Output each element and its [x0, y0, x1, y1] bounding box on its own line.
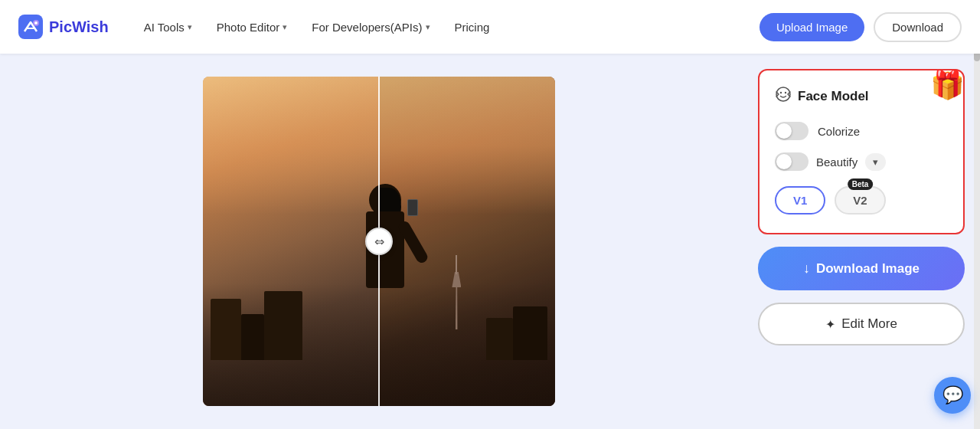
building-1: [211, 299, 241, 360]
colorize-label: Colorize: [818, 125, 860, 138]
colorize-row: Colorize: [775, 122, 948, 140]
nav-photo-editor[interactable]: Photo Editor ▾: [206, 15, 299, 40]
left-panel: ⇔: [0, 54, 735, 429]
photo-editor-chevron-icon: ▾: [283, 22, 287, 32]
nav-ai-tools[interactable]: AI Tools ▾: [133, 15, 203, 40]
v1-button[interactable]: V1: [775, 186, 825, 215]
nav-for-developers[interactable]: For Developers(APIs) ▾: [301, 15, 440, 40]
beautify-label: Beautify: [816, 156, 858, 169]
svg-rect-0: [18, 15, 43, 39]
v2-wrapper: Beta V2: [835, 186, 885, 215]
beautify-dropdown[interactable]: ▾: [865, 153, 886, 171]
v2-button[interactable]: V2: [835, 186, 885, 215]
building-4: [513, 306, 547, 360]
svg-point-2: [34, 21, 38, 25]
logo-area[interactable]: PicWish: [18, 15, 109, 39]
building-2: [241, 314, 264, 360]
nav-links: AI Tools ▾ Photo Editor ▾ For Developers…: [133, 15, 501, 40]
developers-chevron-icon: ▾: [426, 22, 430, 32]
right-panel: Face Model ▾ Colorize Beautify ▾ V1 B: [735, 54, 980, 429]
face-model-title: Face Model: [798, 89, 869, 104]
beautify-toggle[interactable]: [775, 152, 808, 171]
logo-icon: [18, 15, 43, 39]
face-model-header: Face Model ▾: [775, 86, 948, 106]
person-silhouette: [351, 184, 420, 368]
ai-tools-chevron-icon: ▾: [188, 22, 192, 32]
beautify-row: Beautify ▾: [775, 152, 948, 171]
compare-divider-handle[interactable]: ⇔: [365, 228, 393, 255]
building-3: [264, 291, 302, 360]
download-arrow-icon: ↓: [803, 260, 810, 277]
navbar: PicWish AI Tools ▾ Photo Editor ▾ For De…: [0, 0, 980, 54]
scrollbar-track[interactable]: [974, 0, 980, 429]
building-5: [486, 318, 513, 360]
chat-icon: 💬: [942, 385, 963, 405]
gift-icon[interactable]: 🎁: [930, 69, 965, 101]
eiffel-tower: [449, 260, 463, 329]
svg-point-5: [785, 92, 786, 93]
download-nav-button[interactable]: Download: [874, 12, 962, 42]
edit-more-label: Edit More: [841, 316, 897, 332]
upload-image-button[interactable]: Upload Image: [760, 13, 864, 41]
edit-more-button[interactable]: ✦ Edit More: [758, 303, 965, 345]
face-model-icon: [775, 86, 792, 106]
version-row: V1 Beta V2: [775, 186, 948, 215]
main-content: ⇔ Face Model ▾: [0, 54, 980, 429]
download-image-button[interactable]: ↓ Download Image: [758, 247, 965, 290]
nav-right: Upload Image Download: [760, 12, 962, 42]
divider-arrows-icon: ⇔: [374, 234, 384, 249]
chat-bubble-button[interactable]: 💬: [934, 377, 971, 414]
svg-point-4: [780, 92, 782, 93]
edit-spark-icon: ✦: [825, 317, 835, 332]
colorize-toggle[interactable]: [775, 122, 808, 140]
download-image-label: Download Image: [816, 261, 920, 277]
nav-pricing[interactable]: Pricing: [444, 15, 501, 40]
brand-name: PicWish: [49, 18, 109, 36]
beta-badge: Beta: [848, 178, 874, 190]
image-compare-container[interactable]: ⇔: [203, 77, 555, 406]
